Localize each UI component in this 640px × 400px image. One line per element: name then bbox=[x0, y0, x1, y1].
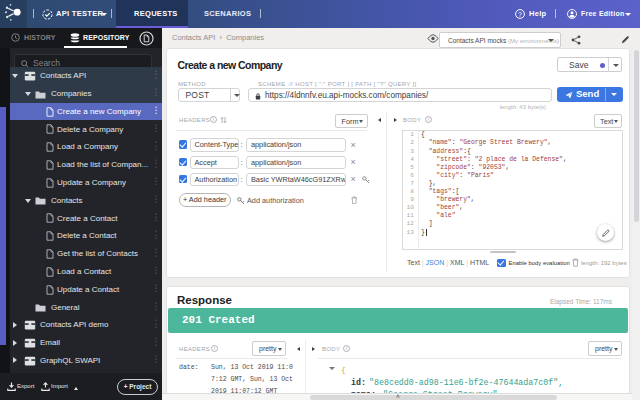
svg-text:i: i bbox=[346, 345, 347, 351]
svg-text:i: i bbox=[428, 116, 429, 122]
svg-text:i: i bbox=[214, 345, 215, 351]
svg-text:?: ? bbox=[518, 11, 522, 18]
svg-text:i: i bbox=[213, 116, 214, 122]
